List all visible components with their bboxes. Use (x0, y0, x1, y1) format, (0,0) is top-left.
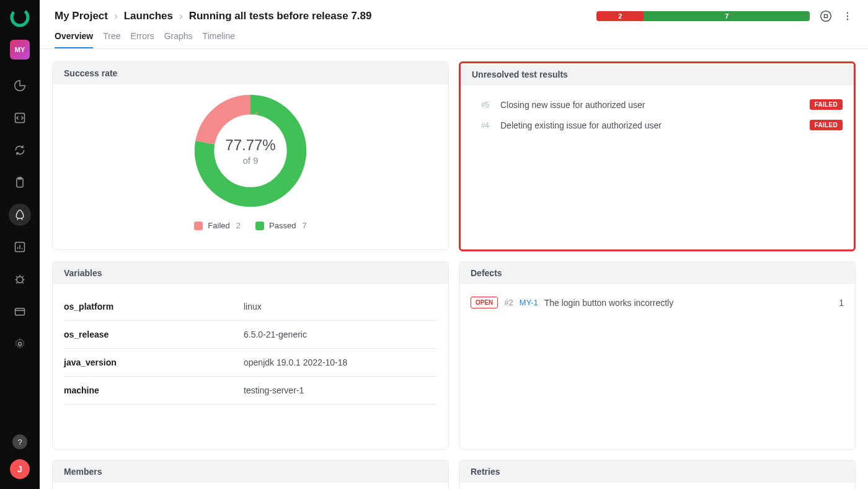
tabs: Overview Tree Errors Graphs Timeline (40, 22, 868, 49)
panel-variables: Variables os_platform linux os_release 6… (52, 261, 449, 450)
variable-key: java_version (64, 357, 244, 367)
variable-row: machine testing-server-1 (64, 377, 437, 405)
chart-legend: Failed 2 Passed 7 (194, 221, 306, 230)
variable-value: openjdk 19.0.1 2022-10-18 (244, 357, 347, 367)
panel-defects: Defects OPEN #2 MY-1 The login button wo… (459, 261, 856, 450)
progress-bar[interactable]: 2 7 (596, 11, 810, 21)
panel-title: Variables (53, 262, 448, 284)
variable-key: os_platform (64, 302, 244, 312)
nav-card-icon[interactable] (9, 300, 31, 323)
svg-point-5 (17, 277, 23, 283)
breadcrumb-section[interactable]: Launches (124, 10, 173, 22)
svg-point-11 (847, 16, 848, 17)
svg-rect-6 (16, 308, 25, 315)
stop-icon[interactable] (820, 10, 832, 22)
nav-dashboard-icon[interactable] (9, 74, 31, 97)
variable-key: os_release (64, 330, 244, 339)
user-avatar[interactable]: J (10, 459, 30, 479)
legend-count: 7 (302, 221, 306, 230)
nav-refresh-icon[interactable] (9, 139, 31, 161)
svg-point-12 (847, 19, 848, 20)
tab-errors[interactable]: Errors (131, 31, 154, 48)
svg-point-7 (19, 343, 22, 346)
donut-subtitle: of 9 (242, 155, 258, 166)
panel-title: Defects (459, 262, 855, 284)
svg-rect-9 (825, 15, 828, 18)
tab-overview[interactable]: Overview (55, 31, 93, 48)
variable-key: machine (64, 385, 244, 395)
defect-row[interactable]: OPEN #2 MY-1 The login button works inco… (471, 293, 844, 312)
project-badge[interactable]: MY (10, 40, 30, 60)
defect-key[interactable]: MY-1 (520, 298, 538, 307)
donut-percent: 77.77% (225, 137, 275, 154)
svg-point-8 (821, 11, 831, 22)
result-title: Deleting existing issue for authorized u… (500, 120, 810, 130)
status-badge-failed: FAILED (810, 99, 843, 110)
variable-value: testing-server-1 (244, 385, 304, 395)
progress-fail: 2 (596, 11, 644, 21)
nav-analytics-icon[interactable] (9, 236, 31, 258)
nav-code-icon[interactable] (9, 107, 31, 129)
defect-id: #2 (504, 298, 513, 307)
tab-timeline[interactable]: Timeline (203, 31, 235, 48)
breadcrumb: My Project › Launches › Running all test… (55, 10, 371, 22)
panel-title: Success rate (53, 62, 448, 84)
more-icon[interactable] (842, 11, 853, 22)
chevron-right-icon: › (114, 10, 118, 22)
variable-row: java_version openjdk 19.0.1 2022-10-18 (64, 349, 437, 377)
progress-pass: 7 (644, 11, 810, 21)
variable-row: os_release 6.5.0-21-generic (64, 321, 437, 349)
nav-bug-icon[interactable] (9, 268, 31, 290)
legend-swatch (255, 222, 264, 230)
legend-label: Failed (208, 221, 229, 230)
help-icon[interactable]: ? (12, 434, 27, 449)
result-title: Closing new issue for authorized user (500, 100, 810, 110)
main-content: My Project › Launches › Running all test… (40, 0, 868, 489)
chevron-right-icon: › (179, 10, 183, 22)
panel-success-rate: Success rate 77.77% of 9 (52, 61, 449, 250)
breadcrumb-project[interactable]: My Project (55, 10, 108, 22)
test-result-row[interactable]: #5 Closing new issue for authorized user… (472, 94, 843, 115)
panel-members: Members (52, 460, 449, 489)
variable-row: os_platform linux (64, 293, 437, 321)
result-num: #4 (472, 121, 489, 130)
breadcrumb-title: Running all tests before release 7.89 (189, 10, 372, 22)
test-result-row[interactable]: #4 Deleting existing issue for authorize… (472, 115, 843, 135)
variable-value: 6.5.0-21-generic (244, 330, 307, 339)
legend-failed[interactable]: Failed 2 (194, 221, 241, 230)
legend-label: Passed (269, 221, 296, 230)
panel-title: Retries (459, 460, 855, 483)
result-num: #5 (472, 101, 489, 109)
tab-graphs[interactable]: Graphs (164, 31, 193, 48)
success-rate-donut[interactable]: 77.77% of 9 (193, 93, 308, 209)
legend-count: 2 (236, 221, 241, 230)
svg-point-0 (10, 7, 30, 27)
nav-settings-icon[interactable] (9, 333, 31, 355)
tab-tree[interactable]: Tree (103, 31, 120, 48)
variable-value: linux (244, 302, 262, 312)
panel-unresolved: Unresolved test results #5 Closing new i… (459, 61, 856, 251)
defect-count: 1 (839, 298, 844, 308)
svg-point-10 (847, 12, 848, 14)
nav-launches-icon[interactable] (9, 204, 31, 226)
panel-retries: Retries (459, 460, 856, 489)
app-logo[interactable] (10, 7, 30, 27)
status-badge-failed: FAILED (810, 120, 843, 130)
sidebar: MY (0, 0, 40, 489)
defect-title: The login button works incorrectly (544, 298, 833, 308)
status-badge-open: OPEN (471, 297, 498, 308)
panel-title: Members (53, 460, 448, 483)
nav-clipboard-icon[interactable] (9, 171, 31, 194)
legend-passed[interactable]: Passed 7 (255, 221, 307, 230)
panel-title: Unresolved test results (461, 63, 854, 86)
legend-swatch (194, 222, 203, 230)
